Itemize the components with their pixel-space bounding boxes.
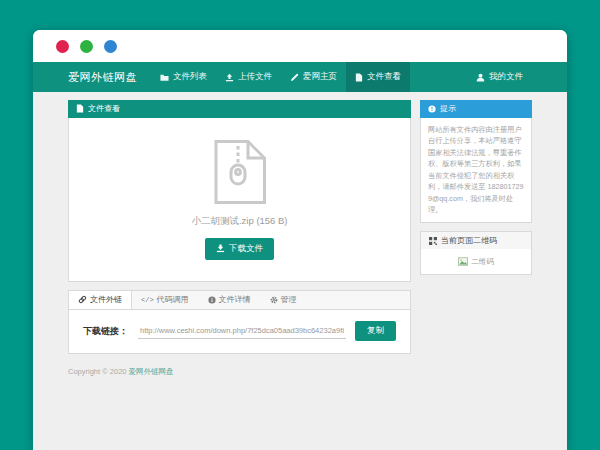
nav-item-label: 我的文件 — [489, 71, 523, 83]
file-view-body: 小二胡测试.zip (156 B) 下载文件 — [68, 118, 411, 282]
nav-item-label: 文件查看 — [367, 71, 401, 83]
file-icon — [355, 73, 363, 82]
broken-image-icon — [458, 257, 468, 266]
file-link-panel: 文件外链 </> 代码调用 文件详情 — [68, 290, 411, 354]
qrcode-icon — [429, 237, 437, 245]
tab-label: 管理 — [281, 294, 297, 305]
window-minimize-dot[interactable] — [80, 40, 93, 53]
qr-alt-text: 二维码 — [471, 257, 494, 267]
file-name: 小二胡测试.zip (156 B) — [191, 215, 287, 228]
tab-code-embed[interactable]: </> 代码调用 — [132, 291, 199, 309]
tab-label: 代码调用 — [157, 294, 189, 305]
navbar-spacer — [410, 62, 467, 92]
download-link-input[interactable] — [138, 323, 346, 339]
folder-icon — [160, 73, 169, 82]
qr-panel-title: 当前页面二维码 — [441, 236, 497, 246]
nav-item-label: 爱网主页 — [303, 71, 337, 83]
window-titlebar — [33, 30, 567, 62]
panel-title: 文件查看 — [88, 104, 120, 114]
zip-file-icon — [211, 139, 269, 205]
file-link-tab-content: 下载链接： 复制 — [68, 309, 411, 354]
copy-button[interactable]: 复制 — [355, 321, 396, 341]
download-file-button[interactable]: 下载文件 — [205, 238, 274, 260]
upload-icon — [225, 73, 234, 82]
nav-item-site-home[interactable]: 爱网主页 — [281, 62, 346, 92]
tab-file-details[interactable]: 文件详情 — [199, 291, 261, 309]
page-content: 文件查看 小二胡测试.zip (156 B) — [33, 92, 567, 377]
file-icon — [76, 104, 84, 113]
nav-item-label: 文件列表 — [173, 71, 207, 83]
nav-item-file-view[interactable]: 文件查看 — [346, 62, 410, 92]
copyright-footer: Copyright © 2020 爱网外链网盘 — [68, 367, 411, 377]
browser-window: 爱网外链网盘 文件列表 上传文件 爱网主页 文件查看 — [33, 30, 567, 450]
hint-text: 网站所有文件内容由注册用户自行上传分享，本站严格遵守国家相关法律法规，尊重著作权… — [420, 118, 532, 223]
sidebar: 提示 网站所有文件内容由注册用户自行上传分享，本站严格遵守国家相关法律法规，尊重… — [420, 100, 532, 377]
tab-file-link[interactable]: 文件外链 — [69, 291, 132, 309]
download-link-label: 下载链接： — [83, 325, 128, 338]
nav-item-my-files[interactable]: 我的文件 — [467, 62, 532, 92]
pencil-icon — [290, 73, 299, 82]
user-icon — [476, 73, 485, 82]
footer-site-link[interactable]: 爱网外链网盘 — [129, 367, 174, 376]
window-maximize-dot[interactable] — [104, 40, 117, 53]
navbar: 爱网外链网盘 文件列表 上传文件 爱网主页 文件查看 — [33, 62, 567, 92]
alert-icon — [428, 105, 436, 113]
gear-icon — [270, 296, 278, 304]
tab-bar: 文件外链 </> 代码调用 文件详情 — [68, 290, 411, 309]
hint-panel: 提示 网站所有文件内容由注册用户自行上传分享，本站严格遵守国家相关法律法规，尊重… — [420, 100, 532, 223]
nav-item-label: 上传文件 — [238, 71, 272, 83]
site-brand[interactable]: 爱网外链网盘 — [68, 70, 137, 85]
tab-manage[interactable]: 管理 — [261, 291, 307, 309]
copyright-text: Copyright © 2020 — [68, 367, 129, 376]
file-view-panel: 文件查看 小二胡测试.zip (156 B) — [68, 100, 411, 282]
nav-item-upload-file[interactable]: 上传文件 — [216, 62, 281, 92]
tab-label: 文件外链 — [90, 294, 122, 305]
hint-panel-header: 提示 — [420, 100, 532, 118]
hint-title: 提示 — [440, 104, 456, 114]
window-close-dot[interactable] — [56, 40, 69, 53]
tab-label: 文件详情 — [219, 294, 251, 305]
download-icon — [216, 244, 225, 253]
qr-panel-header: 当前页面二维码 — [420, 231, 532, 250]
main-column: 文件查看 小二胡测试.zip (156 B) — [68, 100, 411, 377]
link-icon — [78, 295, 87, 304]
qr-code-panel: 当前页面二维码 二维码 — [420, 231, 532, 276]
file-view-panel-header: 文件查看 — [68, 100, 411, 118]
download-button-label: 下载文件 — [229, 243, 263, 255]
nav-item-file-list[interactable]: 文件列表 — [151, 62, 216, 92]
qr-code-placeholder: 二维码 — [420, 249, 532, 275]
code-icon: </> — [141, 296, 154, 304]
info-icon — [208, 296, 216, 304]
